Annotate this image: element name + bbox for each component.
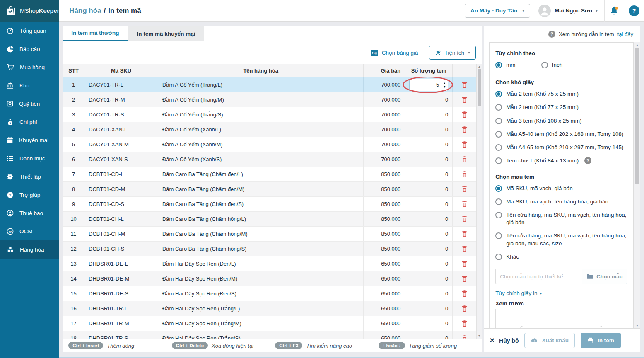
quantity-value[interactable]: 5 xyxy=(410,82,441,88)
stepper-arrows[interactable]: ▲▼ xyxy=(441,82,448,88)
tab-promo-labels[interactable]: In tem mã khuyến mại xyxy=(128,26,204,41)
scroll-down-icon[interactable]: ▼ xyxy=(636,323,639,328)
breadcrumb-parent[interactable]: Hàng hóa xyxy=(69,7,101,15)
quantity-value[interactable]: 0 xyxy=(445,171,448,177)
quantity-value[interactable]: 0 xyxy=(445,320,448,327)
global-help-icon[interactable]: ? xyxy=(624,5,644,16)
customize-paper-link[interactable]: Tùy chỉnh giấy in ▾ xyxy=(495,290,627,296)
delete-row-button[interactable] xyxy=(461,81,468,88)
quantity-value[interactable]: 0 xyxy=(445,126,448,133)
sidebar-item-chi-phi[interactable]: $Chi phí xyxy=(0,113,59,131)
radio-selected-icon[interactable] xyxy=(495,91,502,97)
scrollbar-thumb[interactable] xyxy=(635,48,639,184)
delete-row-button[interactable] xyxy=(461,290,468,297)
quantity-stepper[interactable]: 5▲▼ xyxy=(409,79,448,91)
table-row[interactable]: 8DCBT01-CD-MĐầm Caro Ba Tầng (Chấm đen/M… xyxy=(63,182,476,197)
table-row[interactable]: 13DHDSR01-DE-LĐầm Hai Dây Sọc Ren (Đen/L… xyxy=(63,256,476,271)
quantity-value[interactable]: 0 xyxy=(445,97,448,103)
radio-selected-icon[interactable] xyxy=(495,185,502,192)
custom-template-input[interactable] xyxy=(495,268,582,284)
sidebar-item-kho[interactable]: Kho xyxy=(0,76,59,94)
scroll-down-icon[interactable]: ▼ xyxy=(478,333,481,339)
radio-option-ma-sku-ma-vach-ten-hang-hoa-gia-ban[interactable]: Mã SKU, mã vạch, tên hàng hóa, giá bán xyxy=(495,195,627,208)
table-row[interactable]: 18DHDSR01-TR-SĐầm Hai Dây Sọc Ren (Trắng… xyxy=(63,331,476,339)
user-name[interactable]: Mai Ngọc Sơn xyxy=(555,7,592,14)
chevron-down-icon[interactable]: ▾ xyxy=(596,9,598,13)
sidebar-item-bao-cao[interactable]: Báo cáo xyxy=(0,40,59,58)
sidebar-item-quy-tien[interactable]: Quỹ tiền xyxy=(0,94,59,113)
radio-unselected-icon[interactable] xyxy=(495,118,502,124)
quantity-value[interactable]: 0 xyxy=(445,290,448,297)
quantity-value[interactable]: 0 xyxy=(445,246,448,252)
delete-row-button[interactable] xyxy=(461,186,468,193)
table-row[interactable]: 14DHDSR01-DE-MĐầm Hai Dây Sọc Ren (Đen/M… xyxy=(63,271,476,286)
choose-price-list-button[interactable]: S Chọn bảng giá xyxy=(371,49,418,57)
sidebar-item-danh-muc[interactable]: Danh mục xyxy=(0,149,59,167)
table-row[interactable]: 9DCBT01-CD-SĐầm Caro Ba Tầng (Chấm đen/S… xyxy=(63,197,476,212)
delete-row-button[interactable] xyxy=(461,275,468,282)
scroll-up-icon[interactable]: ▲ xyxy=(636,42,639,48)
delete-row-button[interactable] xyxy=(461,215,468,223)
quantity-value[interactable]: 0 xyxy=(445,261,448,267)
table-row[interactable]: 17DHDSR01-TR-MĐầm Hai Dây Sọc Ren (Trắng… xyxy=(63,316,476,331)
delete-row-button[interactable] xyxy=(461,230,468,237)
delete-row-button[interactable] xyxy=(461,245,468,252)
radio-unselected-icon[interactable] xyxy=(495,254,502,260)
quantity-value[interactable]: 0 xyxy=(445,141,448,148)
quantity-value[interactable]: 0 xyxy=(445,335,448,339)
radio-unselected-icon[interactable] xyxy=(495,144,502,151)
radio-option-mm[interactable]: mm xyxy=(495,58,516,72)
radio-option-inch[interactable]: Inch xyxy=(541,58,563,72)
cancel-button[interactable]: ✕ Hủy bỏ xyxy=(490,336,519,344)
delete-row-button[interactable] xyxy=(461,171,468,178)
quantity-value[interactable]: 0 xyxy=(445,231,448,237)
radio-option-tem-chu-t-kho-84-x-13-mm[interactable]: Tem chữ T (Khổ 84 x 13 mm)? xyxy=(495,154,627,167)
table-row[interactable]: 15DHDSR01-DE-SĐầm Hai Dây Sọc Ren (Đen/S… xyxy=(63,286,476,301)
table-row[interactable]: 10DCBT01-CH-LĐầm Caro Ba Tầng (Chấm hồng… xyxy=(63,212,476,227)
app-logo[interactable]: MShopKeeper xyxy=(0,0,59,22)
table-scrollbar[interactable]: ▲ ▼ xyxy=(476,64,482,339)
sidebar-item-tong-quan[interactable]: Tổng quan xyxy=(0,22,59,40)
delete-row-button[interactable] xyxy=(461,320,468,327)
quantity-value[interactable]: 0 xyxy=(445,201,448,207)
delete-row-button[interactable] xyxy=(461,335,468,339)
delete-row-button[interactable] xyxy=(461,126,468,133)
delete-row-button[interactable] xyxy=(461,201,468,208)
panel-scrollbar[interactable]: ▲ ▼ xyxy=(634,42,640,328)
sidebar-item-ocm[interactable]: wOCM xyxy=(0,222,59,240)
sidebar-item-thiet-lap[interactable]: Thiết lập xyxy=(0,167,59,186)
sidebar-item-hang-hoa[interactable]: Hàng hóa xyxy=(0,240,59,259)
sidebar-item-thue-bao[interactable]: Thuê bao xyxy=(0,204,59,222)
quantity-value[interactable]: 0 xyxy=(445,111,448,118)
radio-option-mau-a4-65-tem-kho-210-x-297-mm-tomy-145[interactable]: Mẫu A4-65 tem (Khổ 210 x 297 mm, Tomy 14… xyxy=(495,141,627,154)
radio-option-mau-a5-40-tem-kho-202-x-168-mm-tomy-108[interactable]: Mẫu A5-40 tem (Khổ 202 x 168 mm, Tomy 10… xyxy=(495,128,627,141)
radio-option-ma-sku-ma-vach-gia-ban[interactable]: Mã SKU, mã vạch, giá bán xyxy=(495,182,627,195)
sidebar-item-tro-giup[interactable]: ?Trợ giúp xyxy=(0,186,59,204)
radio-unselected-icon[interactable] xyxy=(495,104,502,111)
export-button[interactable]: Xuất khẩu xyxy=(524,333,575,348)
delete-row-button[interactable] xyxy=(461,141,468,148)
radio-option-mau-2-tem-kho-75-x-25-mm[interactable]: Mẫu 2 tem (Khổ 75 x 25 mm) xyxy=(495,87,627,101)
delete-row-button[interactable] xyxy=(461,156,468,163)
table-row[interactable]: 1DACY01-TR-LĐầm A Cổ Yếm (Trắng/L)700.00… xyxy=(63,77,476,92)
avatar[interactable] xyxy=(538,5,551,17)
tab-normal-labels[interactable]: In tem mã thường xyxy=(63,26,128,41)
scroll-up-icon[interactable]: ▲ xyxy=(478,64,481,69)
radio-option-ten-cua-hang-ma-sku-ma-vach-ten-hang-hoa-gia-ban-mau-sac-size[interactable]: Tên cửa hàng, mã SKU, mã vạch, tên hàng … xyxy=(495,229,627,250)
radio-selected-icon[interactable] xyxy=(495,62,502,68)
utilities-button[interactable]: Tiện ích ▾ xyxy=(429,46,476,60)
quantity-value[interactable]: 0 xyxy=(445,186,448,192)
radio-unselected-icon[interactable] xyxy=(495,157,502,164)
radio-unselected-icon[interactable] xyxy=(495,131,502,138)
branch-selector[interactable]: An Mây - Duy Tân ▾ xyxy=(465,4,530,18)
delete-row-button[interactable] xyxy=(461,260,468,267)
quantity-value[interactable]: 0 xyxy=(445,276,448,282)
table-row[interactable]: 11DCBT01-CH-MĐầm Caro Ba Tầng (Chấm hồng… xyxy=(63,227,476,242)
table-row[interactable]: 7DCBT01-CD-LĐầm Caro Ba Tầng (Chấm đen/L… xyxy=(63,167,476,182)
table-row[interactable]: 12DCBT01-CH-SĐầm Caro Ba Tầng (Chấm hồng… xyxy=(63,242,476,256)
table-row[interactable]: 2DACY01-TR-MĐầm A Cổ Yếm (Trắng/M)700.00… xyxy=(63,92,476,107)
radio-option-khac[interactable]: Khác xyxy=(495,250,627,264)
sidebar-item-khuyen-mai[interactable]: Khuyến mại xyxy=(0,131,59,149)
table-row[interactable]: 5DACY01-XAN-MĐầm A Cổ Yếm (Xanh/M)700.00… xyxy=(63,137,476,152)
delete-row-button[interactable] xyxy=(461,111,468,118)
